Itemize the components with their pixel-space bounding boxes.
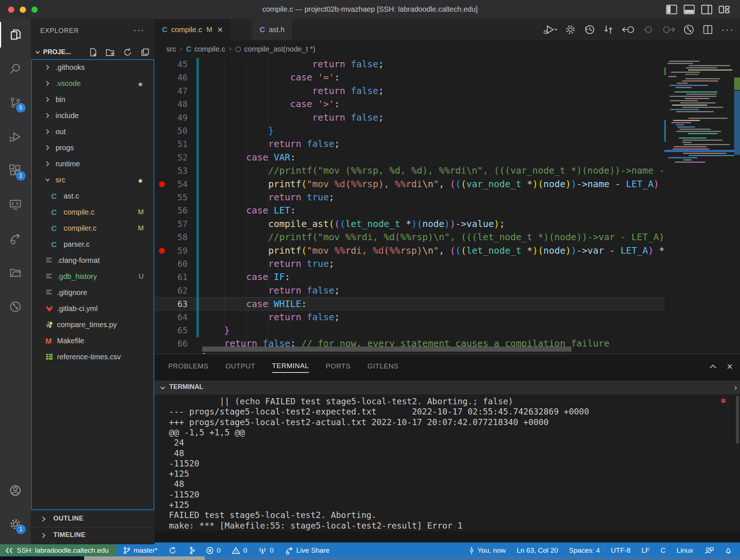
activity-gitlens-icon[interactable] (0, 294, 31, 319)
status-item-utf-8[interactable]: UTF-8 (611, 546, 631, 555)
breadcrumb[interactable]: src › C compile.c › ⬡ compile_ast(node_t… (155, 40, 664, 58)
gitlens-graph-icon[interactable] (683, 24, 694, 35)
sidebar-more-actions-icon[interactable]: ··· (133, 25, 144, 35)
tree-item-compare_times.py[interactable]: compare_times.py (31, 317, 154, 333)
tree-item-parser.c[interactable]: Cparser.c (31, 237, 154, 253)
line-number[interactable]: 52 (155, 153, 188, 162)
code-line-64[interactable]: 64 return false; (155, 311, 664, 324)
line-number[interactable]: 57 (155, 219, 188, 229)
horizontal-scrollbar[interactable] (202, 347, 571, 352)
code-line-48[interactable]: 48 case '>': (155, 98, 664, 111)
status-item-0[interactable]: 0 (258, 546, 274, 555)
code-editor[interactable]: 45 return false;46 case '=':47 return fa… (155, 58, 664, 354)
minimap[interactable] (664, 58, 734, 167)
activity-remote-explorer-icon[interactable] (0, 192, 31, 217)
code-line-62[interactable]: 62 return false; (155, 284, 664, 298)
customize-layout-icon[interactable] (719, 5, 730, 14)
code-line-60[interactable]: 60 return true; (155, 257, 664, 271)
line-number[interactable]: 51 (155, 139, 188, 149)
collapse-all-icon[interactable] (140, 48, 150, 57)
new-folder-icon[interactable] (105, 48, 115, 57)
code-line-53[interactable]: 53 //printf("mov (%%rsp, %d, %d), %%rdi\… (155, 164, 664, 178)
close-icon[interactable]: × (217, 24, 223, 35)
panel-tab-terminal[interactable]: TERMINAL (272, 362, 309, 373)
tree-item-.gitignore[interactable]: .gitignore (31, 285, 154, 301)
new-file-icon[interactable] (88, 48, 98, 57)
activity-folder-library-icon[interactable] (0, 260, 31, 285)
toggle-panel-icon[interactable] (684, 5, 695, 14)
status-item-live-share[interactable]: Live Share (285, 546, 330, 555)
tree-item-include[interactable]: include (31, 108, 154, 124)
panel-tab-output[interactable]: OUTPUT (225, 362, 255, 372)
activity-run-debug-icon[interactable] (0, 124, 31, 150)
tree-item-reference-times.csv[interactable]: reference-times.csv (31, 349, 154, 366)
code-line-57[interactable]: 57 compile_ast(((let_node_t *)(node))->v… (155, 217, 664, 231)
tree-item-compile.c[interactable]: Ccompile.cM (31, 205, 154, 221)
tree-item-src[interactable]: src (31, 173, 154, 189)
status-item-graph-icon[interactable] (188, 546, 195, 555)
tab-ast.h[interactable]: Cast.h (252, 19, 292, 40)
line-number[interactable]: 66 (155, 339, 188, 348)
line-number[interactable]: 58 (155, 232, 188, 242)
unchanged-region-icon[interactable] (643, 24, 654, 35)
code-line-58[interactable]: 58 //printf("mov %%rdi, %d(%%rsp)\n", ((… (155, 231, 664, 244)
project-section-header[interactable]: PROJE... (31, 45, 155, 60)
code-line-47[interactable]: 47 return false; (155, 84, 664, 98)
breadcrumb-file[interactable]: compile.c (194, 45, 225, 53)
code-line-49[interactable]: 49 return false; (155, 111, 664, 125)
tree-item-progs[interactable]: progs (31, 140, 154, 156)
run-or-debug-icon[interactable] (542, 24, 557, 35)
status-item-0[interactable]: 0 (206, 546, 221, 555)
activity-search-icon[interactable] (0, 56, 31, 82)
tree-item-ast.c[interactable]: Cast.c (31, 189, 154, 205)
tree-item-.vscode[interactable]: .vscode (31, 76, 154, 92)
tree-item-.githooks[interactable]: .githooks (31, 60, 154, 76)
status-item-master-[interactable]: master* (123, 546, 157, 555)
line-number[interactable]: 49 (155, 113, 188, 122)
status-item-ln-63-col-20[interactable]: Ln 63, Col 20 (517, 546, 558, 555)
status-item-sync-icon[interactable] (169, 546, 177, 555)
status-item-you-now[interactable]: You, now (469, 546, 506, 555)
terminal-section-header[interactable]: TERMINAL › (155, 381, 740, 394)
code-line-56[interactable]: 56 case LET: (155, 204, 664, 217)
breakpoint-icon[interactable] (159, 181, 165, 187)
code-line-65[interactable]: 65 } (155, 324, 664, 337)
line-number[interactable]: 45 (155, 60, 188, 69)
code-line-51[interactable]: 51 return false; (155, 137, 664, 151)
tree-item-.gdb_history[interactable]: .gdb_historyU (31, 269, 154, 285)
refresh-icon[interactable] (123, 48, 132, 57)
line-number[interactable]: 53 (155, 166, 188, 175)
breakpoint-icon[interactable] (159, 248, 165, 254)
tree-item-out[interactable]: out (31, 124, 154, 140)
tree-item-runtime[interactable]: runtime (31, 156, 154, 173)
panel-tab-problems[interactable]: PROBLEMS (168, 362, 208, 372)
line-number[interactable]: 55 (155, 193, 188, 202)
line-number[interactable]: 64 (155, 313, 188, 322)
status-item-0[interactable]: 0 (231, 546, 247, 555)
tree-item-.gitlab-ci.yml[interactable]: .gitlab-ci.yml (31, 301, 154, 317)
status-item-lf[interactable]: LF (642, 546, 650, 555)
timeline-section[interactable]: TIMELINE (31, 527, 155, 544)
settings-gear-icon[interactable] (565, 24, 576, 35)
close-panel-icon[interactable]: × (727, 361, 733, 372)
code-line-50[interactable]: 50 } (155, 124, 664, 138)
next-change-icon[interactable] (662, 24, 675, 35)
code-line-61[interactable]: 61 case IF: (155, 270, 664, 284)
activity-source-control-icon[interactable]: 5 (0, 90, 31, 116)
activity-files-icon[interactable] (0, 22, 31, 48)
more-actions-icon[interactable]: ··· (721, 24, 734, 35)
toggle-secondary-sidebar-icon[interactable] (701, 5, 712, 14)
tree-item-.clang-format[interactable]: .clang-format (31, 253, 154, 269)
code-line-55[interactable]: 55 return true; (155, 191, 664, 204)
history-icon[interactable] (584, 24, 595, 35)
activity-settings-gear-icon[interactable]: 1 (0, 511, 31, 537)
tree-item-Makefile[interactable]: MMakefile (31, 333, 154, 349)
line-number[interactable]: 48 (155, 99, 188, 109)
remote-indicator[interactable]: SSH: labradoodle.caltech.edu (0, 544, 117, 556)
activity-account-icon[interactable] (0, 478, 31, 503)
activity-live-share-icon[interactable] (0, 226, 31, 251)
split-editor-icon[interactable] (702, 24, 713, 35)
line-number[interactable]: 56 (155, 206, 188, 215)
outline-section[interactable]: OUTLINE (31, 511, 155, 527)
tree-item-bin[interactable]: bin (31, 92, 154, 108)
